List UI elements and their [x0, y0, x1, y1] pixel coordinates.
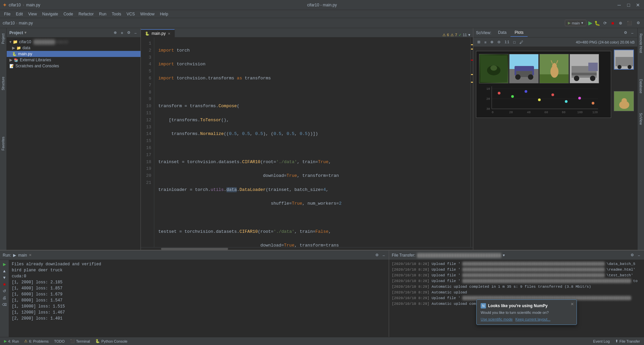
run-clear-button[interactable]: ⌫	[1, 301, 7, 307]
zoom-in-button[interactable]: ⊕	[489, 39, 495, 45]
image-display: 10 20 30	[476, 51, 611, 118]
stop-button[interactable]: ■	[610, 20, 615, 26]
menu-run[interactable]: Run	[96, 11, 109, 17]
svg-point-30	[511, 95, 514, 98]
tab-close-main-py[interactable]: ✕	[168, 32, 170, 36]
debug-button[interactable]: 🐛	[594, 20, 600, 26]
thumbnail-2[interactable]	[614, 91, 634, 111]
run-minimize-button[interactable]: –	[381, 252, 386, 258]
status-terminal-button[interactable]: ⬛ Terminal	[69, 339, 92, 343]
tree-item-main-py[interactable]: 🐍 main.py	[7, 51, 141, 57]
image-2[interactable]	[509, 54, 539, 83]
run-print-button[interactable]: 🖨	[1, 295, 7, 301]
status-event-log-button[interactable]: Event Log	[592, 339, 611, 343]
run-output-line: cuda:0	[12, 273, 386, 279]
code-content[interactable]: import torch import torchvision import t…	[154, 38, 470, 247]
numpy-close-button[interactable]: ✕	[571, 302, 574, 306]
project-locate-button[interactable]: ⊕	[112, 30, 118, 36]
right-tab-sciview[interactable]: SciView	[638, 110, 643, 127]
image-3[interactable]	[539, 54, 569, 83]
run-scroll-up[interactable]: ▲	[1, 268, 7, 274]
run-output-line: [2, 2000] loss: 1.401	[12, 316, 386, 322]
transfer-minimize-button[interactable]: –	[637, 252, 641, 258]
zoom-out-button[interactable]: ⊖	[496, 39, 502, 45]
tree-item-root[interactable]: ▾ 📁 cifar10 ████████ /cifar10	[7, 39, 141, 45]
run-rerun-button[interactable]: ↺	[1, 288, 7, 294]
svg-point-20	[590, 76, 595, 81]
fit-button[interactable]: □	[512, 40, 517, 45]
menu-tools[interactable]: Tools	[109, 11, 124, 17]
left-tab-structure[interactable]: Structure	[1, 74, 6, 93]
run-coverage-button[interactable]: ⟳	[602, 20, 608, 26]
horizontal-scrollbar[interactable]	[141, 247, 473, 250]
left-tab-favorites[interactable]: Favorites	[1, 134, 6, 153]
maximize-button[interactable]: □	[625, 2, 632, 8]
breadcrumb-project[interactable]: cifar10	[3, 21, 15, 25]
status-file-transfer-button[interactable]: ⬆ File Transfer	[614, 339, 641, 343]
list-view-button[interactable]: ≡	[483, 40, 488, 45]
transfer-dropdown-icon[interactable]: ▾	[503, 253, 505, 258]
project-settings-button[interactable]: ⚙	[126, 30, 132, 36]
status-run-button[interactable]: ▶ 4: Run	[3, 339, 20, 343]
warning-count: 7	[455, 33, 457, 37]
menu-window[interactable]: Window	[138, 11, 157, 17]
sciview-tab-data[interactable]: Data	[494, 29, 511, 37]
warning-count-icon: ⚠	[450, 33, 454, 37]
tree-item-external-libs[interactable]: ▶ 📚 External Libraries	[7, 57, 141, 63]
run-config-name: main	[572, 21, 580, 25]
attach-button[interactable]: ⊕	[618, 20, 624, 26]
status-python-console-button[interactable]: 🐍 Python Console	[94, 339, 129, 343]
menu-code[interactable]: Code	[61, 11, 76, 17]
project-collapse-button[interactable]: ≡	[119, 30, 124, 36]
minimize-button[interactable]: ─	[616, 2, 623, 8]
close-button[interactable]: ✕	[635, 2, 641, 8]
transfer-line: [2020/10/10 8:28] Upload file ' ████████…	[392, 278, 641, 284]
run-configuration[interactable]: ▶ main ▾	[565, 20, 586, 26]
run-stop-button[interactable]: ■	[1, 281, 7, 287]
menu-view[interactable]: View	[25, 11, 40, 17]
image-1[interactable]	[479, 54, 508, 83]
menu-refactor[interactable]: Refactor	[76, 11, 96, 17]
menu-navigate[interactable]: Navigate	[40, 11, 61, 17]
run-settings-button[interactable]: ⚙	[374, 252, 380, 258]
menu-help[interactable]: Help	[157, 11, 171, 17]
run-button[interactable]: ▶	[588, 20, 592, 26]
numpy-link-scientific[interactable]: Use scientific mode	[481, 317, 513, 321]
sciview-settings-button[interactable]: ⚙	[623, 30, 629, 36]
sciview-tab-plots[interactable]: Plots	[511, 29, 528, 37]
transfer-settings-button[interactable]: ⚙	[629, 252, 635, 258]
scratches-icon: 📝	[9, 64, 14, 68]
tab-main-py[interactable]: 🐍 main.py ✕	[141, 29, 175, 37]
expand-icon[interactable]: ▾	[468, 32, 470, 37]
actual-size-button[interactable]: 1:1	[503, 40, 511, 45]
image-info: 40×480 PNG (24-bit color) 20.06 kB	[576, 40, 635, 44]
sciview-minimize-button[interactable]: –	[630, 30, 635, 36]
color-picker-button[interactable]: 🖊	[518, 40, 525, 45]
tree-item-data[interactable]: ▶ 📁 data	[7, 45, 141, 51]
run-scroll-down[interactable]: ▼	[1, 275, 7, 281]
build-button[interactable]: ⬛	[626, 20, 633, 26]
run-close-button[interactable]: ✕	[29, 253, 32, 257]
right-tab-remote[interactable]: Remote Host	[638, 31, 643, 56]
settings-button[interactable]: ⚙	[635, 20, 641, 26]
status-problems-button[interactable]: ⚠ 6: Problems	[23, 339, 50, 343]
run-play-button[interactable]: ▶	[1, 261, 7, 267]
menu-edit[interactable]: Edit	[13, 11, 25, 17]
tree-expand-root: ▾	[9, 40, 11, 44]
numpy-link-keep[interactable]: Keep current layout...	[515, 317, 550, 321]
numpy-popup-title: Looks like you're using NumPy	[488, 303, 548, 308]
tree-item-scratches[interactable]: 📝 Scratches and Consoles	[7, 63, 141, 69]
right-tab-database[interactable]: Database	[638, 76, 643, 96]
status-todo-button[interactable]: TODO	[53, 339, 66, 343]
numpy-popup-links: Use scientific mode Keep current layout.…	[481, 317, 573, 321]
breadcrumb-file[interactable]: main.py	[19, 21, 33, 25]
project-minimize-button[interactable]: –	[133, 30, 138, 36]
left-tab-project[interactable]: Project	[1, 31, 6, 47]
image-4[interactable]	[570, 54, 599, 83]
thumbnail-sidebar	[611, 50, 635, 247]
grid-view-button[interactable]: ⊞	[476, 39, 482, 45]
thumbnail-1[interactable]	[614, 50, 634, 70]
status-run-icon: ▶	[4, 339, 7, 343]
menu-vcs[interactable]: VCS	[124, 11, 138, 17]
menu-file[interactable]: File	[1, 11, 13, 17]
